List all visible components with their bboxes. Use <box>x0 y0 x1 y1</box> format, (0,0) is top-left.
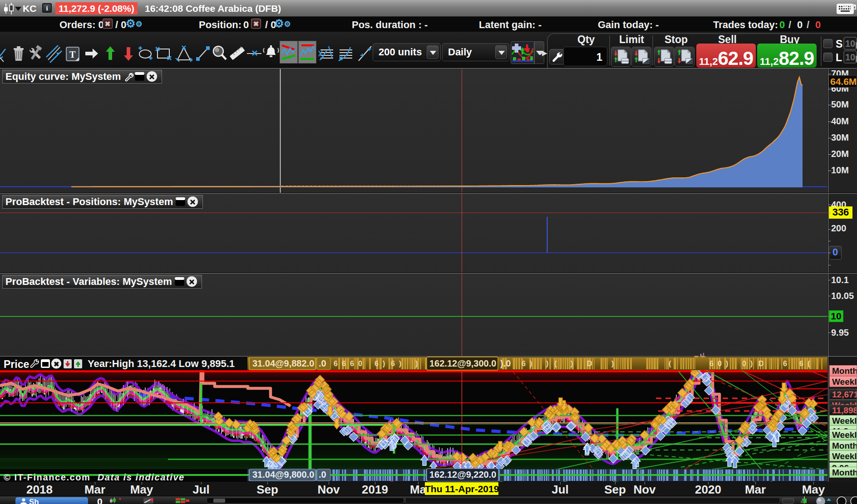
svg-text:0: 0 <box>718 360 722 367</box>
svg-text:(: ( <box>669 360 671 367</box>
svg-text:162.12@9,220.0: 162.12@9,220.0 <box>429 470 496 480</box>
svg-text:D: D <box>587 360 592 367</box>
svg-text:6: 6 <box>350 360 354 367</box>
svg-text:6: 6 <box>374 360 379 367</box>
svg-text:✖: ✖ <box>54 360 59 368</box>
svg-text:.0: .0 <box>319 470 326 480</box>
svg-text:): ) <box>750 360 753 367</box>
svg-text:6: 6 <box>334 360 338 367</box>
svg-text:): ) <box>611 360 614 367</box>
svg-text:): ) <box>571 360 573 367</box>
svg-text:): ) <box>546 360 548 367</box>
svg-text:(: ( <box>554 360 557 367</box>
svg-text:6: 6 <box>799 360 803 367</box>
svg-text:): ) <box>399 360 401 367</box>
svg-text:T: T <box>69 49 76 59</box>
svg-text:): ) <box>530 360 532 367</box>
svg-text:6: 6 <box>522 360 526 367</box>
svg-text:0: 0 <box>742 360 746 367</box>
svg-text:D: D <box>758 360 764 367</box>
svg-text:): ) <box>726 360 728 367</box>
svg-text:31.04@9,882.0: 31.04@9,882.0 <box>252 358 314 368</box>
svg-text:6: 6 <box>342 360 346 367</box>
svg-text:6: 6 <box>709 360 714 367</box>
svg-text:6: 6 <box>783 360 787 367</box>
svg-text:162.12@9,300.0: 162.12@9,300.0 <box>429 358 496 368</box>
svg-text:.0: .0 <box>319 358 326 368</box>
svg-text:6: 6 <box>391 360 395 367</box>
svg-text:31.04@9,800.0: 31.04@9,800.0 <box>252 470 314 480</box>
svg-text:): ) <box>415 360 418 367</box>
svg-text:0: 0 <box>358 360 362 367</box>
svg-text:): ) <box>383 360 385 367</box>
svg-text:).0: ).0 <box>500 358 511 368</box>
svg-text:(: ( <box>808 360 810 367</box>
